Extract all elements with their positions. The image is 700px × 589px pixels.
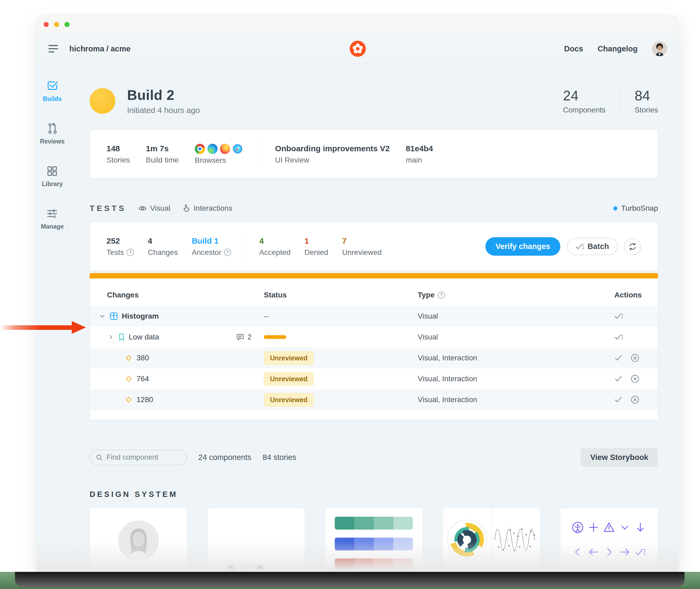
component-card-swatches[interactable] — [325, 508, 423, 572]
status-progress-bar — [264, 335, 286, 339]
unreviewed-stat: 7 Unreviewed — [342, 236, 382, 257]
menu-icon[interactable] — [48, 45, 59, 52]
firefox-icon — [220, 144, 230, 154]
top-nav: Docs Changelog — [564, 41, 667, 56]
swatch-blue — [335, 538, 413, 551]
warning-icon — [603, 521, 615, 534]
avatar — [251, 563, 270, 572]
column-header-changes: Changes — [90, 291, 264, 299]
line-chart-thumbnail — [491, 508, 540, 571]
viewport-diamond-icon — [125, 375, 133, 383]
help-icon[interactable]: ? — [438, 291, 445, 299]
tests-section-title: TESTS — [90, 204, 126, 213]
sidebar-item-label: Manage — [41, 223, 64, 230]
component-card-avatar[interactable] — [90, 508, 188, 572]
sidebar-item-builds[interactable]: Builds — [43, 79, 61, 103]
table-row-snapshot[interactable]: 764 Unreviewed Visual, Interaction — [90, 368, 658, 389]
changes-table: Changes Status Type ? Actions — [90, 278, 658, 420]
viewport-diamond-icon — [125, 354, 133, 362]
bottom-shadow-band — [15, 572, 684, 587]
table-row-component[interactable]: Histogram -- Visual — [90, 306, 658, 327]
arrow-right-icon — [619, 546, 631, 558]
component-card-avatar-list[interactable]: + 10 — [208, 508, 305, 572]
chromatic-logo-icon[interactable] — [350, 41, 366, 57]
table-header-row: Changes Status Type ? Actions — [90, 278, 658, 306]
sidebar: Builds Reviews — [37, 64, 68, 573]
story-name: Low data — [129, 333, 159, 341]
ui-review-stat: Onboarding improvements V2 UI Review — [275, 144, 390, 164]
interactions-filter[interactable]: Interactions — [183, 204, 232, 213]
project-breadcrumb[interactable]: hichroma / acme — [69, 44, 130, 53]
comment-count[interactable]: 2 — [236, 333, 252, 341]
accept-icon[interactable] — [614, 396, 622, 403]
design-system-title: DESIGN SYSTEM — [90, 490, 658, 499]
accept-icon[interactable] — [614, 354, 622, 362]
page-title: Build 2 — [127, 87, 200, 103]
help-icon[interactable]: ? — [224, 249, 231, 256]
components-stat: 24 Components — [563, 87, 606, 114]
verify-changes-button[interactable]: Verify changes — [485, 237, 561, 256]
build-time-stat: 1m 7s Build time — [146, 144, 179, 164]
type-value: Visual, Interaction — [418, 395, 477, 404]
eye-icon — [138, 205, 146, 211]
column-header-type: Type ? — [418, 291, 612, 299]
browsers-stat: Browsers — [195, 144, 243, 165]
comment-icon — [236, 333, 244, 341]
refresh-button[interactable] — [624, 238, 641, 255]
batch-check-icon — [575, 242, 584, 251]
commit-link[interactable]: 81e4b4 — [406, 144, 433, 153]
components-count-label: 24 components — [198, 453, 251, 462]
accessibility-icon — [572, 521, 584, 534]
safari-icon — [233, 144, 243, 154]
page: hichroma / acme Docs Changelog — [0, 0, 700, 589]
tests-section-bar: TESTS Visual — [90, 204, 658, 213]
search-box[interactable] — [90, 450, 187, 465]
plus-icon — [587, 521, 600, 534]
snapshot-name: 764 — [136, 375, 149, 383]
sidebar-item-label: Library — [42, 180, 63, 188]
arrow-down-icon — [634, 521, 647, 534]
status-badge: Unreviewed — [264, 393, 314, 407]
zoom-window-button[interactable] — [64, 22, 70, 27]
chevron-down-icon[interactable] — [99, 313, 106, 320]
accept-icon[interactable] — [614, 375, 622, 383]
batch-button[interactable]: Batch — [567, 238, 618, 255]
divider — [620, 85, 620, 117]
user-avatar[interactable] — [652, 41, 667, 56]
pointer-hand-icon — [183, 204, 190, 212]
table-row-snapshot[interactable]: 380 Unreviewed Visual, Interaction — [90, 348, 658, 368]
minimize-window-button[interactable] — [54, 22, 59, 27]
build-stats: 24 Components 84 Stories — [563, 85, 658, 117]
component-card-charts[interactable] — [442, 508, 541, 572]
batch-accept-icon[interactable] — [614, 312, 623, 320]
docs-link[interactable]: Docs — [564, 44, 583, 53]
sidebar-item-reviews[interactable]: Reviews — [40, 122, 64, 145]
batch-accept-icon[interactable] — [614, 333, 623, 341]
close-window-button[interactable] — [44, 22, 49, 27]
sidebar-item-label: Builds — [43, 95, 61, 103]
view-storybook-button[interactable]: View Storybook — [581, 448, 658, 467]
search-icon — [95, 454, 103, 461]
ancestor-build-link[interactable]: Build 1 — [192, 236, 231, 245]
edge-icon — [208, 144, 218, 154]
sidebar-item-manage[interactable]: Manage — [41, 207, 64, 230]
visual-filter[interactable]: Visual — [138, 204, 170, 213]
deny-icon[interactable] — [630, 374, 640, 383]
avatar-group: + 10 — [222, 563, 290, 572]
component-card-icons[interactable] — [560, 508, 658, 572]
deny-icon[interactable] — [630, 353, 640, 363]
help-icon[interactable]: ? — [126, 249, 134, 256]
chevron-left-icon — [572, 546, 584, 558]
status-badge: Unreviewed — [264, 372, 314, 386]
deny-icon[interactable] — [630, 395, 640, 404]
search-input[interactable] — [106, 453, 181, 461]
status-badge: Unreviewed — [264, 351, 314, 365]
table-row-story[interactable]: Low data 2 Visual — [90, 327, 658, 348]
chevron-right-icon[interactable] — [107, 334, 114, 341]
changelog-link[interactable]: Changelog — [598, 44, 638, 53]
status-value: -- — [264, 312, 269, 321]
table-row-snapshot[interactable]: 1280 Unreviewed Visual, Interaction — [90, 389, 658, 410]
review-link[interactable]: Onboarding improvements V2 — [275, 144, 390, 153]
titlebar — [37, 15, 679, 34]
sidebar-item-library[interactable]: Library — [42, 165, 63, 188]
